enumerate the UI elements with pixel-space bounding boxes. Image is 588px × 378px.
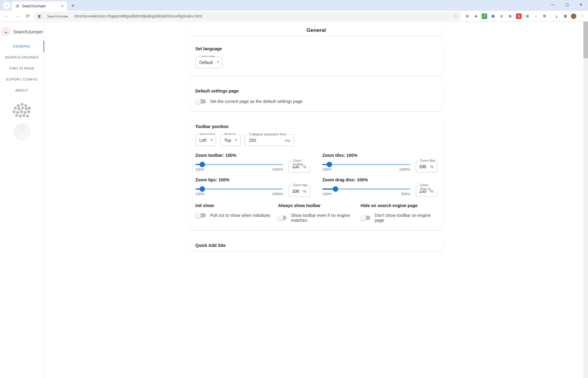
zoom-tips-input[interactable]	[289, 185, 310, 197]
svg-point-14	[19, 115, 22, 118]
browser-tab[interactable]: ◔ SearchJumper ×	[12, 2, 67, 11]
dots-decoration-icon	[10, 102, 34, 120]
url-text: chrome-extension://hgepmblbgodbilmfdjkal…	[74, 14, 202, 18]
zoom-tips-title: Zoom tips: 100%	[195, 177, 310, 182]
side-panel-icon[interactable]: ◨	[562, 13, 568, 19]
extension-icon: ◧	[38, 14, 42, 18]
zoom-toolbar-title: Zoom toolbar: 100%	[195, 153, 310, 158]
ms-suffix: ms	[285, 138, 290, 143]
card-title: Default settings page	[195, 89, 437, 93]
reload-button[interactable]: ⟳	[24, 13, 31, 20]
card-title: Set language	[195, 46, 437, 51]
svg-point-12	[27, 110, 30, 113]
close-window-button[interactable]: ✕	[574, 0, 588, 9]
language-select-wrap: Language Default	[195, 57, 222, 68]
init-show-toggle[interactable]	[195, 213, 206, 217]
ext-icon-7[interactable]: S	[516, 13, 522, 19]
field-label: Category expansion time	[248, 132, 288, 136]
bookmark-star-icon[interactable]: ☆	[454, 14, 458, 18]
yinyang-decoration-icon	[13, 123, 31, 141]
svg-point-11	[24, 111, 27, 114]
svg-point-1	[17, 104, 20, 107]
svg-point-4	[17, 107, 21, 110]
default-page-toggle[interactable]	[195, 99, 206, 104]
url-chip: SearchJumper	[44, 14, 72, 19]
scrollbar-thumb[interactable]	[583, 21, 588, 58]
ext-icon-6[interactable]: N	[507, 13, 513, 19]
back-button[interactable]: ←	[3, 13, 10, 20]
sidebar-item-general[interactable]: GENERAL	[0, 41, 44, 52]
hide-engine-title: Hide on search engine page	[361, 203, 437, 208]
scrollbar[interactable]	[583, 21, 588, 378]
toggle-label: Set the current page as the default sett…	[210, 99, 303, 104]
always-show-title: Always show toolbar	[278, 203, 355, 208]
zoom-drag-title: Zoom drag disc: 100%	[322, 177, 437, 182]
ext-icon-9[interactable]: ☺	[533, 13, 539, 19]
browser-menu-icon[interactable]: ⋮	[579, 13, 585, 19]
app-name: SearchJumper	[13, 29, 43, 34]
browser-chrome: ⌄ ◔ SearchJumper × + — ▢ ✕ ← → ⟳ ◧ Searc…	[0, 0, 588, 22]
zoom-drag-slider[interactable]: 100%500%	[322, 187, 410, 196]
hide-engine-toggle[interactable]	[361, 216, 370, 220]
maximize-button[interactable]: ▢	[560, 0, 574, 9]
svg-point-6	[25, 107, 28, 110]
portrait-select[interactable]: Top	[220, 134, 241, 146]
zoom-tiles-input[interactable]	[416, 161, 437, 172]
ext-icon-4[interactable]: ▣	[490, 13, 496, 19]
profile-avatar[interactable]	[571, 13, 576, 19]
sidebar: ᴗ SearchJumper GENERAL SEARCH ENGINES FI…	[0, 22, 44, 378]
zoom-tips-slider[interactable]: 100%1000%	[195, 187, 283, 196]
horizontal-select[interactable]: Left	[195, 134, 216, 146]
favicon-icon: ◔	[15, 4, 20, 9]
sidebar-item-about[interactable]: ABOUT	[0, 85, 44, 96]
card-quick-add-site: Quick Add Site	[190, 237, 443, 251]
svg-point-5	[21, 107, 24, 110]
address-bar: ← → ⟳ ◧ SearchJumper chrome-extension://…	[0, 11, 588, 21]
tab-title: SearchJumper	[22, 4, 46, 8]
app-logo-icon: ᴗ	[1, 27, 11, 36]
zoom-tiles-title: Zoom tiles: 100%	[322, 153, 437, 158]
new-tab-button[interactable]: +	[69, 2, 77, 10]
svg-point-3	[14, 107, 17, 110]
svg-point-7	[28, 107, 31, 110]
forward-button[interactable]: →	[13, 13, 21, 20]
ext-icon-2[interactable]: ◆	[473, 13, 479, 19]
init-show-title: Init show	[195, 203, 272, 208]
downloads-icon[interactable]: ⭳	[554, 13, 559, 19]
close-tab-icon[interactable]: ×	[61, 4, 64, 9]
svg-point-0	[21, 103, 24, 106]
url-box[interactable]: ◧ SearchJumper chrome-extension://hgepmb…	[34, 12, 461, 21]
sidebar-item-find-in-page[interactable]: FIND IN PAGE	[0, 63, 44, 74]
card-title: Quick Add Site	[195, 243, 437, 248]
svg-point-9	[16, 111, 19, 114]
tab-search-button[interactable]: ⌄	[3, 2, 10, 9]
always-show-toggle[interactable]	[278, 216, 286, 220]
svg-point-16	[26, 115, 29, 118]
page-title: General	[190, 25, 443, 36]
card-language: Set language Language Default	[190, 40, 443, 76]
extensions-puzzle-icon[interactable]: ⚙	[542, 13, 547, 19]
svg-point-15	[22, 114, 25, 117]
svg-point-18	[21, 135, 23, 138]
svg-point-2	[24, 104, 27, 107]
window-controls: — ▢ ✕	[546, 0, 588, 9]
gmail-icon[interactable]: M	[465, 13, 470, 19]
tab-strip: ⌄ ◔ SearchJumper × + — ▢ ✕	[0, 0, 588, 11]
language-select[interactable]: Default	[195, 57, 222, 68]
svg-point-17	[21, 127, 23, 129]
content[interactable]: General Set language Language Default De…	[44, 22, 588, 378]
zoom-toolbar-slider[interactable]: 100%1000%	[195, 162, 283, 171]
sidebar-item-search-engines[interactable]: SEARCH ENGINES	[0, 52, 44, 63]
extension-icons: M ◆ ✓ ▣ ◎ N S ▦ ☺ ⚙ ⭳ ◨ ⋮	[465, 13, 585, 19]
svg-point-10	[20, 110, 23, 113]
sidebar-item-export-config[interactable]: EXPORT CONFIG	[0, 74, 44, 85]
card-toolbar-position: Toolbar position Horizontal Left Portrai…	[190, 118, 443, 230]
ext-icon-3[interactable]: ✓	[482, 13, 487, 19]
svg-point-13	[15, 114, 18, 117]
ext-icon-5[interactable]: ◎	[499, 13, 504, 19]
card-title: Toolbar position	[195, 124, 437, 129]
zoom-tiles-slider[interactable]: 100%1000%	[322, 162, 410, 171]
logo-row: ᴗ SearchJumper	[0, 25, 46, 38]
ext-icon-8[interactable]: ▦	[525, 13, 530, 19]
minimize-button[interactable]: —	[546, 0, 560, 9]
